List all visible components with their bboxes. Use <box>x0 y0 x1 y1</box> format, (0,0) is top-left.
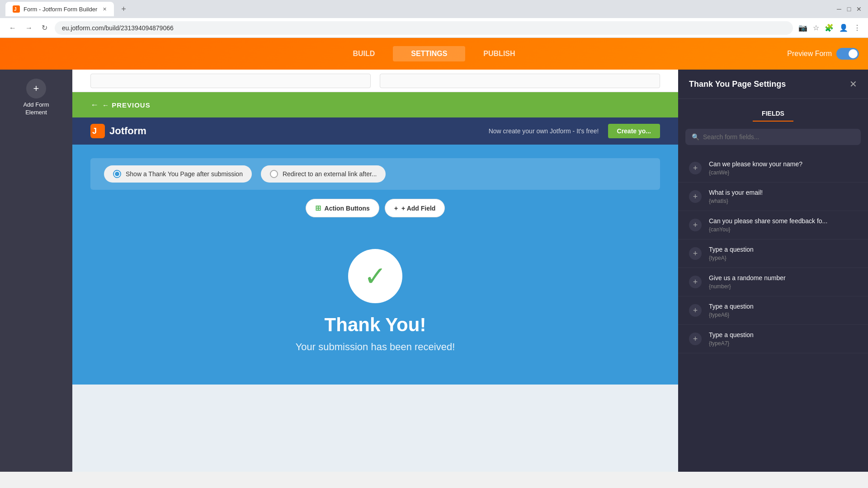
add-field-icon: + <box>394 205 398 212</box>
minimize-button[interactable]: ─ <box>835 5 843 13</box>
field-info-5: Type a question {typeA6} <box>709 303 857 318</box>
field-name-6: Type a question <box>709 331 857 338</box>
preview-form-area: Preview Form <box>787 48 859 60</box>
prev-arrow-icon: ← <box>90 100 99 110</box>
main-layout: + Add Form Element ← ← PREVIOUS <box>0 70 868 472</box>
browser-tab[interactable]: J Form - Jotform Form Builder ✕ <box>5 2 114 16</box>
radio-options: Show a Thank You Page after submission R… <box>90 158 660 190</box>
add-field-button[interactable]: + + Add Field <box>385 199 445 217</box>
back-button[interactable]: ← <box>7 22 18 34</box>
create-button[interactable]: Create yo... <box>608 124 660 138</box>
search-input[interactable] <box>703 133 854 141</box>
checkmark-icon: ✓ <box>364 260 387 292</box>
title-bar: J Form - Jotform Form Builder ✕ + ─ □ ✕ <box>0 0 868 18</box>
field-info-0: Can we please know your name? {canWe} <box>709 160 857 176</box>
radio-redirect-label: Redirect to an external link after... <box>283 170 377 178</box>
browser-chrome: J Form - Jotform Form Builder ✕ + ─ □ ✕ … <box>0 0 868 38</box>
thankyou-content: ✓ Thank You! Your submission has been re… <box>90 231 660 371</box>
panel-header: Thank You Page Settings ✕ <box>678 70 868 99</box>
field-name-5: Type a question <box>709 303 857 310</box>
fields-tab[interactable]: FIELDS <box>753 106 793 122</box>
nav-tabs: BUILD SETTINGS PUBLISH <box>335 46 533 61</box>
refresh-button[interactable]: ↻ <box>40 22 49 34</box>
radio-empty-circle <box>270 170 278 178</box>
field-add-btn-2[interactable]: + <box>689 219 702 231</box>
field-item-4[interactable]: + Give us a randome number {number} <box>678 268 868 296</box>
field-add-btn-1[interactable]: + <box>689 190 702 203</box>
panel-tabs: FIELDS <box>678 99 868 129</box>
field-tag-2: {canYou} <box>709 226 857 233</box>
tab-title: Form - Jotform Form Builder <box>24 6 97 13</box>
jotform-tagline: Now create your own Jotform - It's free! <box>489 127 599 135</box>
bookmark-icon[interactable]: ☆ <box>813 23 819 32</box>
svg-text:J: J <box>92 127 97 136</box>
field-info-1: What is your email! {whatIs} <box>709 189 857 204</box>
radio-thankyou-page[interactable]: Show a Thank You Page after submission <box>104 165 252 183</box>
field-add-btn-6[interactable]: + <box>689 333 702 345</box>
field-item-1[interactable]: + What is your email! {whatIs} <box>678 183 868 211</box>
action-btn-label: Action Buttons <box>325 205 370 212</box>
search-bar: 🔍 <box>685 129 861 145</box>
field-info-4: Give us a randome number {number} <box>709 274 857 290</box>
check-circle: ✓ <box>348 249 402 303</box>
top-form-bar <box>72 70 678 92</box>
add-form-circle: + <box>26 79 46 99</box>
toggle-knob <box>849 49 858 58</box>
panel-title: Thank You Page Settings <box>689 80 786 89</box>
tab-close-btn[interactable]: ✕ <box>103 6 107 12</box>
field-item-5[interactable]: + Type a question {typeA6} <box>678 296 868 325</box>
field-name-3: Type a question <box>709 246 857 253</box>
center-content: ← ← PREVIOUS J Jotform Now create your o… <box>72 70 678 472</box>
fields-list: + Can we please know your name? {canWe} … <box>678 150 868 472</box>
left-sidebar: + Add Form Element <box>0 70 72 472</box>
previous-label: ← PREVIOUS <box>102 101 151 109</box>
thankyou-title: Thank You! <box>325 314 426 336</box>
thankyou-subtitle: Your submission has been received! <box>296 341 455 353</box>
panel-close-button[interactable]: ✕ <box>849 79 857 89</box>
profile-icon[interactable]: 👤 <box>839 23 848 32</box>
radio-thankyou-label: Show a Thank You Page after submission <box>126 170 243 178</box>
forward-button[interactable]: → <box>24 22 34 34</box>
field-add-btn-3[interactable]: + <box>689 247 702 260</box>
nav-tab-build[interactable]: BUILD <box>335 46 393 61</box>
menu-icon[interactable]: ⋮ <box>854 23 861 32</box>
field-info-2: Can you please share some feedback fo...… <box>709 217 857 233</box>
field-tag-5: {typeA6} <box>709 312 857 318</box>
field-info-3: Type a question {typeA} <box>709 246 857 261</box>
field-item[interactable]: + Can we please know your name? {canWe} <box>678 154 868 183</box>
close-window-button[interactable]: ✕ <box>855 5 863 13</box>
field-item-2[interactable]: + Can you please share some feedback fo.… <box>678 211 868 239</box>
nav-tab-publish[interactable]: PUBLISH <box>465 46 533 61</box>
new-tab-button[interactable]: + <box>118 3 130 16</box>
field-tag-3: {typeA} <box>709 255 857 261</box>
field-item-6[interactable]: + Type a question {typeA7} <box>678 325 868 353</box>
address-input[interactable] <box>55 21 793 35</box>
field-info-6: Type a question {typeA7} <box>709 331 857 347</box>
radio-checked-circle <box>113 170 121 178</box>
action-buttons-button[interactable]: ⊞ Action Buttons <box>306 199 379 217</box>
field-add-btn-5[interactable]: + <box>689 304 702 317</box>
thankyou-section: Show a Thank You Page after submission R… <box>72 145 678 385</box>
field-tag-6: {typeA7} <box>709 340 857 347</box>
add-form-element-button[interactable]: + Add Form Element <box>23 79 49 117</box>
field-name-0: Can we please know your name? <box>709 160 857 168</box>
search-icon: 🔍 <box>692 133 699 141</box>
field-tag-1: {whatIs} <box>709 198 857 204</box>
address-bar-icons: 📷 ☆ 🧩 👤 ⋮ <box>798 23 861 32</box>
field-add-btn-0[interactable]: + <box>689 162 702 174</box>
action-buttons-row: ⊞ Action Buttons + + Add Field <box>90 199 660 217</box>
jotform-logo: J Jotform <box>90 124 146 138</box>
preview-toggle[interactable] <box>836 48 859 60</box>
action-btn-icon: ⊞ <box>315 204 321 212</box>
field-item-3[interactable]: + Type a question {typeA} <box>678 239 868 268</box>
extensions-icon[interactable]: 🧩 <box>825 23 834 32</box>
previous-button[interactable]: ← ← PREVIOUS <box>90 100 151 110</box>
field-name-2: Can you please share some feedback fo... <box>709 217 857 225</box>
add-form-label: Add Form Element <box>23 101 49 117</box>
nav-tab-settings[interactable]: SETTINGS <box>393 46 465 61</box>
plus-icon: + <box>33 83 39 94</box>
field-add-btn-4[interactable]: + <box>689 276 702 288</box>
maximize-button[interactable]: □ <box>845 5 853 13</box>
radio-redirect-link[interactable]: Redirect to an external link after... <box>261 165 386 183</box>
form-input-stub <box>90 74 371 88</box>
